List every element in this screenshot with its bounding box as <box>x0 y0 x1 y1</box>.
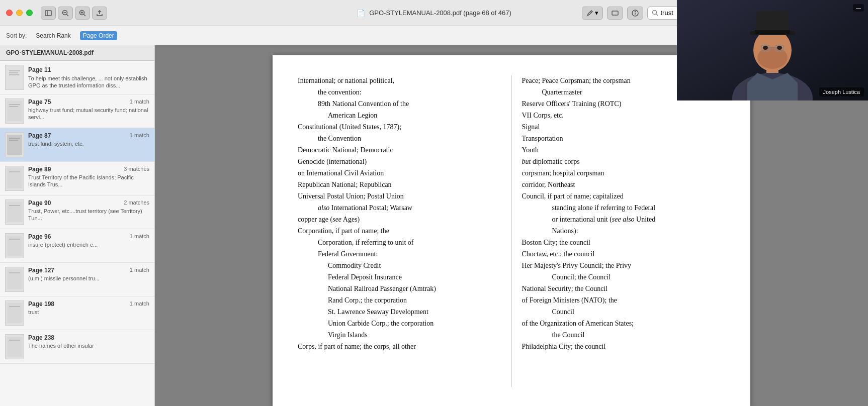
pdf-text-line: 89th National Convention of the <box>298 98 501 109</box>
close-button[interactable] <box>6 10 13 16</box>
sidebar-thumb <box>5 233 24 258</box>
svg-point-14 <box>652 11 656 15</box>
sidebar-matches: 1 match <box>130 132 149 139</box>
pdf-text-line: National Railroad Passenger (Amtrak) <box>298 283 501 294</box>
sidebar-thumb <box>5 300 24 326</box>
zoom-out-button[interactable] <box>58 7 73 20</box>
sidebar-item-info: Page 89 3 matches Trust Territory of the… <box>28 166 149 188</box>
pdf-text-line: Federal Deposit Insurance <box>298 272 501 282</box>
svg-rect-37 <box>9 340 20 341</box>
webcam-overlay: Joseph Lustica — <box>677 45 868 406</box>
sidebar-thumb <box>5 65 24 90</box>
pdf-column-divider <box>511 75 512 387</box>
sidebar-item-info: Page 238 The names of other insular <box>28 334 149 349</box>
sidebar-item-page127[interactable]: Page 127 1 match (u.m.) missile personne… <box>0 263 154 296</box>
webcam-name-tag: Joseph Lustica <box>819 87 864 96</box>
sidebar-item-text: To help meet this challenge, ... not onl… <box>28 75 149 89</box>
sidebar-thumb <box>5 98 24 124</box>
traffic-lights <box>6 10 33 16</box>
sidebar-page-label: Page 89 <box>28 166 51 173</box>
sort-by-label: Sort by: <box>6 32 27 39</box>
zoom-in-button[interactable] <box>75 7 90 20</box>
sidebar-item-page238[interactable]: Page 238 The names of other insular <box>0 330 154 364</box>
pdf-text-line: American Legion <box>298 110 501 121</box>
sidebar-page-label: Page 127 <box>28 267 54 274</box>
sidebar-item-info: Page 96 1 match insure (protect) entrenc… <box>28 233 149 248</box>
svg-line-9 <box>590 12 591 13</box>
sidebar-item-text: Trust Territory of the Pacific Islands; … <box>28 174 149 188</box>
sidebar-page-label: Page 11 <box>28 66 51 73</box>
svg-rect-31 <box>9 239 20 240</box>
sidebar-page-label: Page 238 <box>28 334 54 341</box>
sidebar-item-info: Page 127 1 match (u.m.) missile personne… <box>28 267 149 282</box>
pdf-text-line: the Convention <box>298 133 501 144</box>
sidebar-thumb <box>5 267 24 292</box>
sort-page-order-button[interactable]: Page Order <box>80 31 117 40</box>
sidebar-item-page90[interactable]: Page 90 2 matches Trust, Power, etc....t… <box>0 195 154 229</box>
pdf-text-line: Federal Government: <box>298 249 501 259</box>
annotation-button[interactable]: ▾ <box>582 7 603 20</box>
pdf-text-line: Republican National; Republican <box>298 179 501 190</box>
pdf-text-line: the convention: <box>298 87 501 97</box>
sidebar-item-text: (u.m.) missile personnel tru... <box>28 275 149 282</box>
sidebar-item-info: Page 90 2 matches Trust, Power, etc....t… <box>28 199 149 222</box>
pdf-left-column: International; or national political, th… <box>298 75 501 387</box>
sidebar-page-label: Page 87 <box>28 132 51 139</box>
sidebar-item-info: Page 87 1 match trust fund, system, etc. <box>28 132 149 147</box>
pdf-text-line: Genocide (international) <box>298 156 501 167</box>
svg-point-46 <box>757 47 788 69</box>
sidebar-item-page11[interactable]: Page 11 To help meet this challenge, ...… <box>0 61 154 94</box>
search-icon <box>652 10 658 16</box>
sidebar-page-label: Page 198 <box>28 300 54 308</box>
pdf-text-line: copper age (see Ages) <box>298 214 501 225</box>
svg-rect-0 <box>45 11 51 16</box>
pdf-text-line: also International Postal; Warsaw <box>298 202 501 213</box>
svg-line-15 <box>656 14 658 16</box>
pdf-text-line: Union Carbide Corp.; the corporation <box>298 318 501 329</box>
svg-line-6 <box>84 14 86 16</box>
sidebar-toggle-button[interactable] <box>41 7 56 20</box>
pdf-text-line: Constitutional (United States, 1787); <box>298 122 501 132</box>
sidebar-item-page75[interactable]: Page 75 1 match highway trust fund; mutu… <box>0 94 154 128</box>
svg-rect-27 <box>9 171 20 172</box>
sidebar-item-info: Page 11 To help meet this challenge, ...… <box>28 65 149 89</box>
pdf-text-line: on International Civil Aviation <box>298 168 501 178</box>
sidebar-matches: 1 match <box>130 300 149 308</box>
sidebar-item-page198[interactable]: Page 198 1 match trust <box>0 296 154 330</box>
sidebar-thumb <box>5 166 24 191</box>
pdf-text-line: Democratic National; Democratic <box>298 145 501 155</box>
redact-button[interactable] <box>607 7 623 20</box>
pdf-text-line: Virgin Islands <box>298 330 501 340</box>
info-button[interactable] <box>627 7 643 20</box>
svg-rect-17 <box>9 70 20 71</box>
share-button[interactable] <box>92 7 107 20</box>
svg-point-48 <box>777 46 782 50</box>
sidebar-page-label: Page 90 <box>28 199 51 207</box>
svg-rect-24 <box>9 138 20 139</box>
webcam-mock: Joseph Lustica — <box>677 45 868 100</box>
fullscreen-button[interactable] <box>26 10 33 16</box>
pdf-text-line: St. Lawrence Seaway Development <box>298 307 501 317</box>
sidebar-matches: 3 matches <box>124 166 149 173</box>
pdf-text-line: Corporation, if referring to unit of <box>298 237 501 248</box>
sidebar-item-page87[interactable]: Page 87 1 match trust fund, system, etc. <box>0 128 154 162</box>
sort-search-rank-button[interactable]: Search Rank <box>33 31 73 40</box>
sidebar-item-page89[interactable]: Page 89 3 matches Trust Territory of the… <box>0 162 154 195</box>
svg-rect-33 <box>9 272 20 273</box>
svg-rect-25 <box>9 140 18 141</box>
sidebar-item-page96[interactable]: Page 96 1 match insure (protect) entrenc… <box>0 229 154 263</box>
webcam-video: Joseph Lustica — <box>677 45 868 100</box>
sidebar-matches: 2 matches <box>124 199 149 207</box>
sidebar: GPO-STYLEMANUAL-2008.pdf Page 11 To help… <box>0 45 155 406</box>
sidebar-thumb <box>5 199 24 225</box>
svg-line-3 <box>67 14 69 16</box>
svg-rect-35 <box>9 306 20 307</box>
sidebar-thumb <box>5 132 24 157</box>
minimize-button[interactable] <box>16 10 23 16</box>
sidebar-item-text: Trust, Power, etc....trust territory (se… <box>28 208 149 222</box>
pdf-text-line: Rand Corp.; the corporation <box>298 295 501 306</box>
sidebar-matches: 1 match <box>130 98 149 106</box>
svg-rect-22 <box>9 106 18 107</box>
sidebar-item-text: The names of other insular <box>28 342 149 349</box>
sidebar-item-info: Page 75 1 match highway trust fund; mutu… <box>28 98 149 121</box>
